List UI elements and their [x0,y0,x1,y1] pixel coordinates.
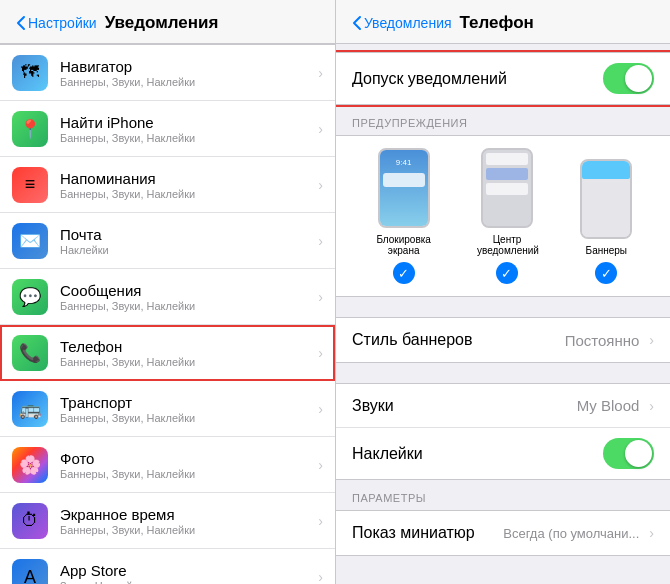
lockscreen-mockup: 9:41 [378,148,430,228]
badges-row: Наклейки [336,428,670,479]
sounds-label: Звуки [352,397,577,415]
item-chevron-mail: › [318,233,323,249]
item-name-appstore: App Store [60,562,314,579]
right-nav-bar: Уведомления Телефон [336,0,670,44]
banner-style-chevron: › [649,332,654,348]
item-chevron-navigator: › [318,65,323,81]
params-section: Показ миниатюр Всегда (по умолчани... › [336,510,670,556]
item-chevron-reminders: › [318,177,323,193]
show-preview-row[interactable]: Показ миниатюр Всегда (по умолчани... › [336,511,670,555]
list-item-photos[interactable]: 🌸 Фото Баннеры, Звуки, Наклейки › [0,437,335,493]
badges-toggle-thumb [625,440,652,467]
item-name-phone: Телефон [60,338,314,355]
item-subtitle-messages: Баннеры, Звуки, Наклейки [60,300,314,312]
left-back-button[interactable]: Настройки [16,15,97,31]
list-item-messages[interactable]: 💬 Сообщения Баннеры, Звуки, Наклейки › [0,269,335,325]
right-back-button[interactable]: Уведомления [352,15,452,31]
allow-row: Допуск уведомлений [336,53,670,104]
item-chevron-transport: › [318,401,323,417]
app-icon-navigator: 🗺 [12,55,48,91]
allow-notifications-section: Допуск уведомлений [336,52,670,105]
item-chevron-findmy: › [318,121,323,137]
allow-toggle[interactable] [603,63,654,94]
left-nav-title: Уведомления [105,13,219,33]
item-name-findmy: Найти iPhone [60,114,314,131]
item-subtitle-transport: Баннеры, Звуки, Наклейки [60,412,314,424]
alert-option-lockscreen[interactable]: 9:41 Блокировка экрана ✓ [374,148,434,284]
lockscreen-bg: 9:41 [380,150,428,226]
item-chevron-appstore: › [318,569,323,584]
item-name-screentime: Экранное время [60,506,314,523]
allow-label: Допуск уведомлений [352,70,603,88]
list-item-transport[interactable]: 🚌 Транспорт Баннеры, Звуки, Наклейки › [0,381,335,437]
alert-options: 9:41 Блокировка экрана ✓ [352,148,654,284]
app-icon-transport: 🚌 [12,391,48,427]
app-icon-photos: 🌸 [12,447,48,483]
list-item-phone[interactable]: 📞 Телефон Баннеры, Звуки, Наклейки › [0,325,335,381]
item-chevron-phone: › [318,345,323,361]
item-name-transport: Транспорт [60,394,314,411]
badges-label: Наклейки [352,445,603,463]
item-subtitle-navigator: Баннеры, Звуки, Наклейки [60,76,314,88]
left-nav-bar: Настройки Уведомления [0,0,335,44]
item-subtitle-photos: Баннеры, Звуки, Наклейки [60,468,314,480]
show-preview-label: Показ миниатюр [352,524,503,542]
item-subtitle-mail: Наклейки [60,244,314,256]
sounds-value: My Blood [577,397,640,414]
item-name-photos: Фото [60,450,314,467]
banner-style-row[interactable]: Стиль баннеров Постоянно › [336,318,670,362]
item-name-reminders: Напоминания [60,170,314,187]
nc-check: ✓ [496,262,518,284]
app-icon-appstore: A [12,559,48,584]
spacer1 [336,297,670,317]
params-header: ПАРАМЕТРЫ [336,480,670,510]
item-name-mail: Почта [60,226,314,243]
left-list-section: 🗺 Навигатор Баннеры, Звуки, Наклейки › 📍… [0,44,335,584]
banners-label: Баннеры [586,245,627,256]
sounds-chevron: › [649,398,654,414]
spacer2 [336,363,670,383]
list-item-appstore[interactable]: A App Store Звуки, Наклейки › [0,549,335,584]
badges-toggle[interactable] [603,438,654,469]
item-name-navigator: Навигатор [60,58,314,75]
banner-style-label: Стиль баннеров [352,331,565,349]
alerts-header: ПРЕДУПРЕЖДЕНИЯ [336,105,670,135]
alert-option-nc[interactable]: Центр уведомлений ✓ [477,148,537,284]
list-item-mail[interactable]: ✉️ Почта Наклейки › [0,213,335,269]
left-list: 🗺 Навигатор Баннеры, Звуки, Наклейки › 📍… [0,44,335,584]
item-subtitle-phone: Баннеры, Звуки, Наклейки [60,356,314,368]
lockscreen-check: ✓ [393,262,415,284]
allow-notifications-row: Допуск уведомлений [336,52,670,105]
right-panel: Уведомления Телефон Допуск уведомлений П… [335,0,670,584]
banners-mockup [580,159,632,239]
banners-check: ✓ [595,262,617,284]
item-subtitle-reminders: Баннеры, Звуки, Наклейки [60,188,314,200]
show-preview-value: Всегда (по умолчани... [503,526,639,541]
item-chevron-messages: › [318,289,323,305]
list-item-findmy[interactable]: 📍 Найти iPhone Баннеры, Звуки, Наклейки … [0,101,335,157]
lockscreen-label: Блокировка экрана [374,234,434,256]
sounds-row[interactable]: Звуки My Blood › [336,384,670,428]
app-icon-phone: 📞 [12,335,48,371]
settings-section: Стиль баннеров Постоянно › [336,317,670,363]
alert-styles-section: 9:41 Блокировка экрана ✓ [336,135,670,297]
toggle-thumb [625,65,652,92]
right-content: Допуск уведомлений ПРЕДУПРЕЖДЕНИЯ 9:41 [336,44,670,584]
list-item-reminders[interactable]: ≡ Напоминания Баннеры, Звуки, Наклейки › [0,157,335,213]
app-icon-findmy: 📍 [12,111,48,147]
app-icon-reminders: ≡ [12,167,48,203]
nc-label: Центр уведомлений [477,234,537,256]
alert-option-banners[interactable]: Баннеры ✓ [580,159,632,284]
app-icon-mail: ✉️ [12,223,48,259]
nc-mockup [481,148,533,228]
item-subtitle-findmy: Баннеры, Звуки, Наклейки [60,132,314,144]
left-panel: Настройки Уведомления 🗺 Навигатор Баннер… [0,0,335,584]
item-chevron-photos: › [318,457,323,473]
item-chevron-screentime: › [318,513,323,529]
list-item-screentime[interactable]: ⏱ Экранное время Баннеры, Звуки, Наклейк… [0,493,335,549]
list-item-navigator[interactable]: 🗺 Навигатор Баннеры, Звуки, Наклейки › [0,45,335,101]
banner-style-value: Постоянно [565,332,640,349]
app-icon-messages: 💬 [12,279,48,315]
item-name-messages: Сообщения [60,282,314,299]
item-subtitle-screentime: Баннеры, Звуки, Наклейки [60,524,314,536]
